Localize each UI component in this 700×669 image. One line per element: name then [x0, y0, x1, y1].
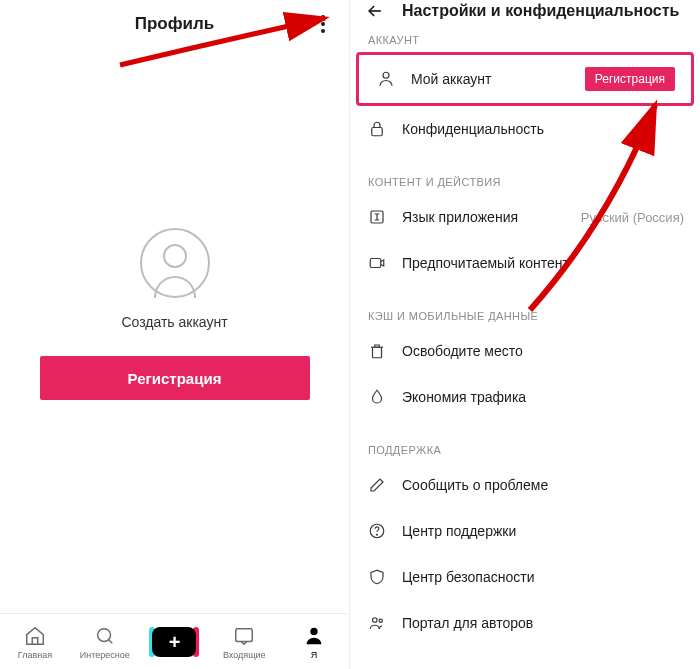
svg-rect-4: [372, 128, 383, 136]
row-label: Центр поддержки: [402, 523, 684, 539]
back-arrow-icon[interactable]: [364, 0, 386, 22]
droplet-icon: [366, 386, 388, 408]
shield-icon: [366, 566, 388, 588]
person-icon: [302, 624, 326, 648]
tab-label: Я: [311, 650, 318, 660]
row-creator-portal[interactable]: Портал для авторов: [350, 600, 700, 646]
home-icon: [23, 624, 47, 648]
row-my-account[interactable]: Мой аккаунт Регистрация: [359, 55, 691, 103]
row-label: Освободите место: [402, 343, 684, 359]
tab-create[interactable]: +: [140, 627, 210, 657]
row-preferred-content[interactable]: Предпочитаемый контент: [350, 240, 700, 286]
section-support: ПОДДЕРЖКА: [350, 432, 700, 462]
row-label: Сообщить о проблеме: [402, 477, 684, 493]
plus-icon: +: [152, 627, 196, 657]
svg-rect-1: [236, 628, 253, 641]
svg-point-2: [310, 627, 317, 634]
svg-point-3: [383, 72, 389, 78]
edit-icon: [366, 474, 388, 496]
profile-header: Профиль: [0, 0, 349, 48]
tab-label: Входящие: [223, 650, 266, 660]
row-label: Экономия трафика: [402, 389, 684, 405]
settings-screen: Настройки и конфиденциальность АККАУНТ М…: [350, 0, 700, 669]
section-info: ИНФОРМАЦИЯ: [350, 658, 700, 669]
highlight-my-account: Мой аккаунт Регистрация: [356, 52, 694, 106]
create-account-text: Создать аккаунт: [121, 314, 227, 330]
row-data-saver[interactable]: Экономия трафика: [350, 374, 700, 420]
tab-label: Главная: [18, 650, 52, 660]
help-icon: [366, 520, 388, 542]
row-label: Мой аккаунт: [411, 71, 571, 87]
register-button[interactable]: Регистрация: [40, 356, 310, 400]
row-free-space[interactable]: Освободите место: [350, 328, 700, 374]
svg-rect-6: [370, 259, 381, 268]
svg-point-0: [97, 628, 110, 641]
row-label: Язык приложения: [402, 209, 567, 225]
row-label: Конфиденциальность: [402, 121, 684, 137]
row-help-center[interactable]: Центр поддержки: [350, 508, 700, 554]
svg-point-10: [379, 619, 382, 622]
language-icon: [366, 206, 388, 228]
tab-home[interactable]: Главная: [0, 624, 70, 660]
people-icon: [366, 612, 388, 634]
inbox-icon: [232, 624, 256, 648]
settings-title: Настройки и конфиденциальность: [402, 2, 679, 20]
profile-title: Профиль: [135, 14, 215, 34]
row-label: Предпочитаемый контент: [402, 255, 684, 271]
tab-label: Интересное: [80, 650, 130, 660]
row-safety-center[interactable]: Центр безопасности: [350, 554, 700, 600]
avatar-placeholder-icon: [140, 228, 210, 298]
profile-screen: Профиль Создать аккаунт Регистрация Глав…: [0, 0, 350, 669]
svg-point-9: [373, 618, 378, 623]
row-language[interactable]: Язык приложения Русский (Россия): [350, 194, 700, 240]
tab-inbox[interactable]: Входящие: [209, 624, 279, 660]
tab-discover[interactable]: Интересное: [70, 624, 140, 660]
row-label: Портал для авторов: [402, 615, 684, 631]
person-outline-icon: [375, 68, 397, 90]
avatar-section: Создать аккаунт Регистрация: [0, 228, 349, 400]
lock-icon: [366, 118, 388, 140]
section-account: АККАУНТ: [350, 22, 700, 52]
svg-point-8: [377, 534, 378, 535]
language-value: Русский (Россия): [581, 210, 684, 225]
section-cache: КЭШ И МОБИЛЬНЫЕ ДАННЫЕ: [350, 298, 700, 328]
search-icon: [93, 624, 117, 648]
row-report[interactable]: Сообщить о проблеме: [350, 462, 700, 508]
register-pill[interactable]: Регистрация: [585, 67, 675, 91]
tab-me[interactable]: Я: [279, 624, 349, 660]
section-content: КОНТЕНТ И ДЕЙСТВИЯ: [350, 164, 700, 194]
settings-header: Настройки и конфиденциальность: [350, 0, 700, 22]
bottom-tabbar: Главная Интересное + Входящие Я: [0, 613, 349, 669]
row-privacy[interactable]: Конфиденциальность: [350, 106, 700, 152]
more-menu-icon[interactable]: [309, 10, 337, 38]
video-icon: [366, 252, 388, 274]
row-label: Центр безопасности: [402, 569, 684, 585]
trash-icon: [366, 340, 388, 362]
